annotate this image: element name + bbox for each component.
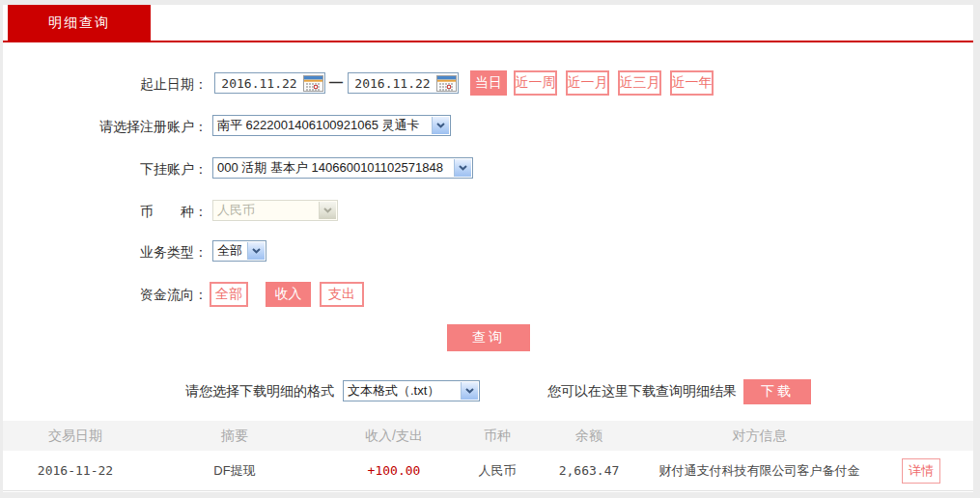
download-format-label: 请您选择下载明细的格式	[185, 383, 334, 401]
table-header-counterparty: 对方信息	[650, 428, 869, 445]
cell-balance: 2,663.47	[528, 463, 650, 478]
fund-flow-all-button[interactable]: 全部	[210, 282, 248, 307]
date-range-separator: —	[329, 74, 343, 90]
date-start-input[interactable]	[215, 76, 303, 91]
tab-detail-query[interactable]: 明细查询	[8, 5, 151, 41]
date-end-input[interactable]	[349, 76, 436, 91]
business-type-value: 全部	[213, 242, 246, 260]
table-header-amount: 收入/支出	[322, 428, 466, 445]
register-account-value: 南平 6222001406100921065 灵通卡	[213, 117, 431, 134]
table-row: 2016-11-22 DF提现 +100.00 人民币 2,663.47 财付通…	[3, 451, 973, 491]
table-header-currency: 币种	[466, 428, 528, 445]
tab-underline-divider	[3, 41, 973, 42]
query-button[interactable]: 查询	[447, 324, 530, 351]
quick-range-year-button[interactable]: 近一年	[670, 70, 714, 96]
download-format-select[interactable]: 文本格式（.txt）	[343, 380, 480, 401]
download-button[interactable]: 下载	[743, 379, 811, 404]
sub-account-select[interactable]: 000 活期 基本户 1406600101102571848	[212, 157, 473, 179]
cell-transaction-date: 2016-11-22	[3, 463, 148, 478]
chevron-down-icon	[319, 202, 336, 219]
cell-summary: DF提现	[148, 462, 322, 480]
chevron-down-icon	[461, 382, 478, 400]
calendar-icon[interactable]	[303, 75, 323, 92]
quick-range-month-button[interactable]: 近一月	[566, 70, 609, 96]
table-header-balance: 余额	[528, 428, 650, 445]
detail-button[interactable]: 详情	[902, 458, 940, 484]
table-header-date: 交易日期	[3, 428, 148, 445]
date-range-label: 起止日期：	[140, 76, 208, 92]
calendar-icon[interactable]	[436, 75, 457, 92]
chevron-down-icon	[432, 117, 449, 134]
chevron-down-icon	[454, 159, 471, 177]
quick-range-today-button[interactable]: 当日	[470, 70, 507, 96]
sub-account-label: 下挂账户：	[140, 161, 208, 177]
quick-range-quarter-button[interactable]: 近三月	[618, 70, 661, 96]
business-type-select[interactable]: 全部	[212, 240, 266, 262]
cell-currency: 人民币	[466, 462, 528, 480]
currency-label: 币 种：	[140, 204, 208, 219]
fund-flow-expense-button[interactable]: 支出	[320, 282, 364, 307]
currency-select: 人民币	[212, 200, 338, 221]
fund-flow-label: 资金流向：	[140, 287, 208, 302]
date-end-field	[348, 72, 459, 94]
download-format-value: 文本格式（.txt）	[344, 382, 460, 400]
page: 明细查询 起止日期： —	[0, 0, 980, 498]
register-account-label: 请选择注册账户：	[99, 119, 208, 134]
table-header-summary: 摘要	[148, 428, 322, 445]
chevron-down-icon	[247, 242, 265, 260]
cell-amount: +100.00	[322, 463, 466, 478]
table-header-row: 交易日期 摘要 收入/支出 币种 余额 对方信息	[3, 421, 973, 451]
register-account-select[interactable]: 南平 6222001406100921065 灵通卡	[212, 115, 451, 136]
download-hint: 您可以在这里下载查询明细结果	[547, 383, 737, 401]
date-start-field	[214, 72, 325, 94]
sub-account-value: 000 活期 基本户 1406600101102571848	[213, 159, 453, 177]
cell-counterparty: 财付通支付科技有限公司客户备付金	[650, 462, 869, 480]
quick-range-week-button[interactable]: 近一周	[514, 70, 557, 96]
fund-flow-income-button[interactable]: 收入	[266, 282, 311, 307]
currency-value: 人民币	[213, 202, 318, 219]
business-type-label: 业务类型：	[140, 244, 208, 260]
